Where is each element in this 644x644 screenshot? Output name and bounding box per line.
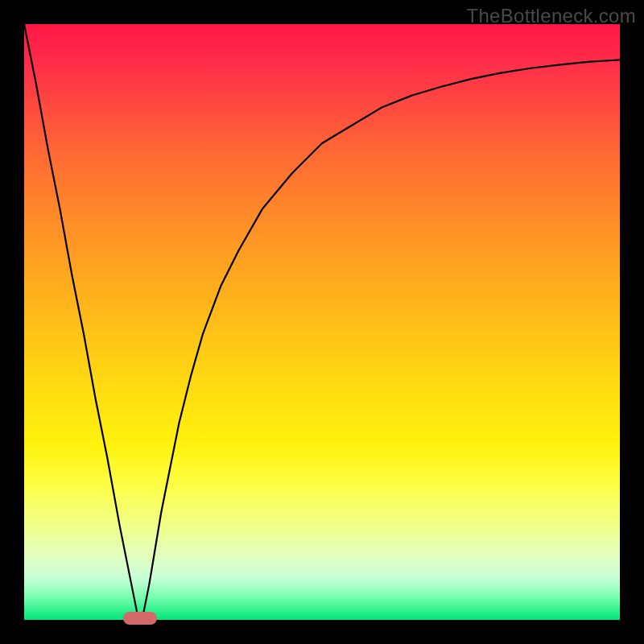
bottleneck-curve	[24, 24, 620, 620]
curve-svg	[24, 24, 620, 620]
plot-area	[24, 24, 620, 620]
watermark-text: TheBottleneck.com	[466, 5, 636, 27]
chart-frame: TheBottleneck.com	[0, 0, 644, 644]
optimum-marker	[123, 612, 157, 625]
